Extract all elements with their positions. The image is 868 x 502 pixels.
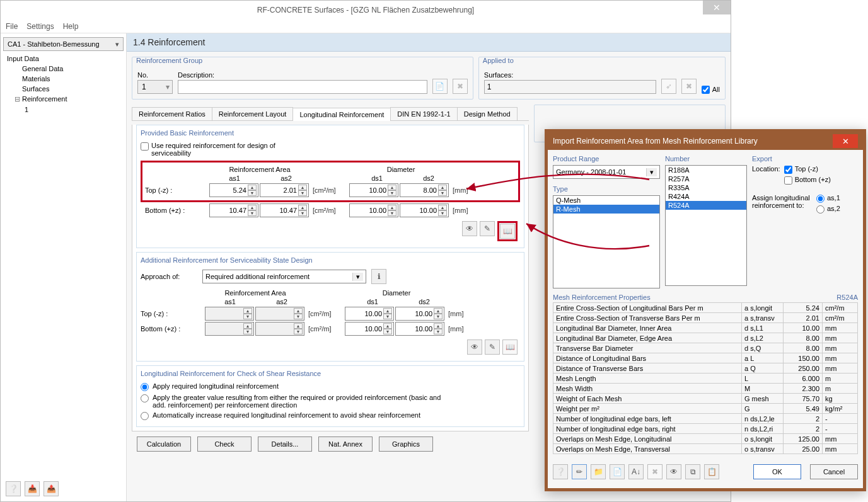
tabs: Reinforcement Ratios Reinforcement Layou…	[132, 107, 529, 121]
bot-as1-input[interactable]: 10.47▲▼	[209, 203, 258, 217]
tree-root[interactable]: Input Data	[3, 54, 124, 64]
number-listbox[interactable]: R188A R257A R335A R424A R524A	[665, 165, 747, 286]
surfaces-input[interactable]: 1	[484, 80, 656, 94]
view-icon-2[interactable]: 👁	[467, 339, 482, 355]
menu-settings[interactable]: Settings	[26, 22, 54, 31]
copy-icon[interactable]: ⧉	[685, 464, 700, 479]
tree-general-data[interactable]: General Data	[3, 64, 124, 74]
tree-materials[interactable]: Materials	[3, 74, 124, 84]
shear-radio-3[interactable]: Automatically increase required longitud…	[141, 411, 520, 420]
type-qmesh[interactable]: Q-Mesh	[553, 196, 659, 205]
shear-radio-1[interactable]: Apply required longitudinal reinforcemen…	[141, 382, 520, 391]
nat-annex-button[interactable]: Nat. Annex	[318, 436, 373, 452]
case-combo[interactable]: CA1 - Stahlbeton-Bemessung	[3, 37, 124, 51]
location-top-checkbox[interactable]: Top (-z)	[784, 165, 818, 174]
tree-surfaces[interactable]: Surfaces	[3, 84, 124, 94]
table-row: Overlaps on Mesh Edge, Transversalo s,tr…	[553, 444, 858, 454]
add-top-ds1-input[interactable]: 10.00▲▼	[345, 307, 394, 321]
menubar: File Settings Help	[1, 20, 731, 33]
library-icon[interactable]: 📖	[500, 224, 515, 239]
assign-as2-radio[interactable]: as,2	[816, 205, 840, 214]
number-label: Number	[665, 155, 747, 163]
tree-reinforcement[interactable]: ⊟Reinforcement	[3, 94, 124, 105]
help-button[interactable]: ❔	[6, 481, 21, 496]
table-row: Number of longitudinal edge bars, leftn …	[553, 414, 858, 424]
shear-radio-2[interactable]: Apply the greater value resulting from e…	[141, 394, 520, 409]
pick-surfaces-button[interactable]: ➶	[661, 79, 676, 94]
add-bot-as2-input: ▲▼	[255, 322, 304, 336]
applied-to-fieldset: Applied to Surfaces: 1 ➶ ✖ All	[478, 57, 726, 100]
no-select[interactable]: 1	[137, 80, 173, 94]
props-table: Entire Cross-Section of Longitudinal Bar…	[553, 302, 858, 454]
number-r524a[interactable]: R524A	[666, 201, 746, 210]
col-as1: as1	[209, 174, 260, 182]
number-r335a[interactable]: R335A	[666, 183, 746, 192]
location-bottom-checkbox[interactable]: Bottom (+z)	[784, 176, 831, 185]
info-icon[interactable]: ℹ	[371, 269, 386, 284]
use-required-checkbox[interactable]: Use required reinforcement for design of…	[141, 142, 315, 157]
edit-icon[interactable]: ✎	[480, 221, 495, 236]
number-r257a[interactable]: R257A	[666, 174, 746, 183]
no-label: No.	[137, 71, 173, 79]
folder-icon[interactable]: 📁	[591, 464, 606, 479]
new-group-button[interactable]: 📄	[432, 79, 448, 94]
help-icon[interactable]: ❔	[553, 464, 568, 479]
product-range-select[interactable]: Germany - 2008-01-01	[553, 165, 660, 179]
ok-button[interactable]: OK	[753, 464, 801, 479]
new-icon[interactable]: 📄	[610, 464, 625, 479]
clear-surfaces-button[interactable]: ✖	[681, 79, 697, 94]
bot-ds2-input[interactable]: 10.00▲▼	[400, 203, 449, 217]
section-title: 1.4 Reinforcement	[127, 33, 731, 52]
library-icon-2[interactable]: 📖	[502, 339, 518, 355]
col-ds1: ds1	[352, 174, 402, 182]
table-row: Distance of Transverse Barsa Q250.00mm	[553, 363, 858, 374]
tab-longitudinal-reinforcement[interactable]: Longitudinal Reinforcement	[292, 108, 391, 121]
top-ds2-input[interactable]: 8.00▲▼	[400, 183, 449, 197]
add-top-ds2-input[interactable]: 10.00▲▼	[395, 307, 444, 321]
type-listbox[interactable]: Q-Mesh R-Mesh	[553, 195, 660, 288]
all-checkbox[interactable]: All	[702, 85, 720, 94]
top-as2-input[interactable]: 2.01▲▼	[260, 183, 309, 197]
description-input[interactable]	[178, 80, 427, 94]
additional-legend: Additional Reinforcement for Serviceabil…	[141, 256, 520, 265]
view-icon[interactable]: 👁	[462, 221, 477, 236]
tab-design-method[interactable]: Design Method	[457, 107, 518, 120]
basic-legend: Provided Basic Reinforcement	[141, 129, 520, 138]
view-lib-icon[interactable]: 👁	[666, 464, 681, 479]
add-bot-ds1-input[interactable]: 10.00▲▼	[345, 322, 394, 336]
paste-icon[interactable]: 📋	[704, 464, 719, 479]
menu-file[interactable]: File	[6, 22, 18, 31]
delete-group-button[interactable]: ✖	[453, 79, 468, 94]
sort-icon[interactable]: A↓	[628, 464, 644, 479]
props-title: Mesh Reinforcement Properties	[553, 294, 651, 301]
export-button[interactable]: 📤	[43, 481, 59, 496]
tree-reinforcement-1[interactable]: 1	[3, 105, 124, 115]
type-rmesh[interactable]: R-Mesh	[553, 205, 659, 214]
tab-din-en[interactable]: DIN EN 1992-1-1	[390, 107, 457, 120]
tab-reinforcement-ratios[interactable]: Reinforcement Ratios	[132, 107, 212, 120]
import-button[interactable]: 📥	[25, 481, 40, 496]
cancel-button[interactable]: Cancel	[810, 464, 858, 479]
unit-mm: [mm]	[450, 186, 488, 194]
edit-icon-2[interactable]: ✎	[485, 339, 500, 355]
shear-fieldset: Longitudinal Reinforcement for Check of …	[136, 365, 524, 427]
edit-lib-icon[interactable]: ✏	[572, 464, 587, 479]
tab-reinforcement-layout[interactable]: Reinforcement Layout	[212, 107, 294, 120]
bot-ds1-input[interactable]: 10.00▲▼	[349, 203, 398, 217]
number-r188a[interactable]: R188A	[666, 166, 746, 174]
delete-lib-icon[interactable]: ✖	[647, 464, 663, 479]
approach-select[interactable]: Required additional reinforcement	[202, 270, 366, 283]
menu-help[interactable]: Help	[63, 22, 79, 31]
number-r424a[interactable]: R424A	[666, 192, 746, 201]
close-icon[interactable]: ✕	[703, 1, 731, 14]
bot-as2-input[interactable]: 10.47▲▼	[260, 203, 309, 217]
assign-as1-radio[interactable]: as,1	[816, 194, 840, 203]
add-bot-ds2-input[interactable]: 10.00▲▼	[395, 322, 444, 336]
top-ds1-input[interactable]: 10.00▲▼	[349, 183, 398, 197]
graphics-button[interactable]: Graphics	[379, 436, 433, 452]
calculation-button[interactable]: Calculation	[137, 436, 191, 452]
dialog-close-icon[interactable]: ✕	[833, 134, 858, 148]
check-button[interactable]: Check	[197, 436, 252, 452]
top-as1-input[interactable]: 5.24▲▼	[209, 183, 258, 197]
details-button[interactable]: Details...	[258, 436, 312, 452]
